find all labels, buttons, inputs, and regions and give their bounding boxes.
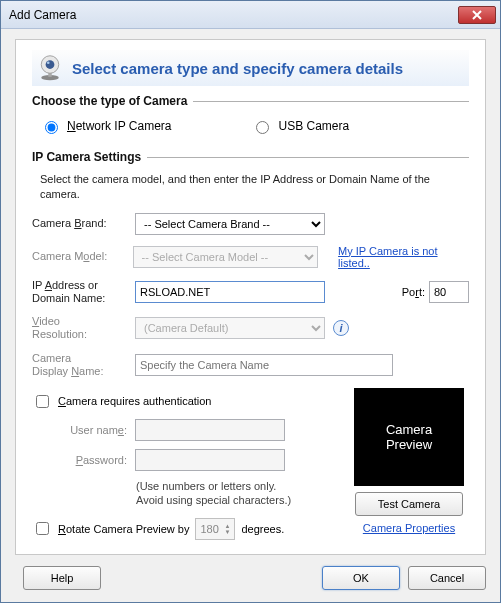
password-hint: (Use numbers or letters only.Avoid using… — [32, 479, 337, 508]
camera-model-select[interactable]: -- Select Camera Model -- — [133, 246, 318, 268]
ip-settings-description: Select the camera model, and then enter … — [32, 170, 469, 213]
rotate-suffix: degrees. — [241, 523, 284, 535]
camera-properties-link[interactable]: Camera Properties — [363, 522, 455, 534]
help-button[interactable]: Help — [23, 566, 101, 590]
usb-camera-label: USB Camera — [278, 119, 349, 133]
dialog-heading: Select camera type and specify camera de… — [72, 60, 403, 77]
svg-point-4 — [47, 61, 50, 64]
ip-settings-section: IP Camera Settings — [32, 150, 469, 164]
display-name-input[interactable] — [135, 354, 393, 376]
window-title: Add Camera — [5, 8, 458, 22]
password-label: Password: — [52, 454, 127, 466]
rotate-checkbox[interactable] — [36, 522, 49, 535]
username-input[interactable] — [135, 419, 285, 441]
test-camera-button[interactable]: Test Camera — [355, 492, 463, 516]
ip-address-label: IP Address orDomain Name: — [32, 279, 127, 305]
rotate-label: Rotate Camera Preview by — [58, 523, 189, 535]
titlebar: Add Camera — [1, 1, 500, 29]
display-name-label: CameraDisplay Name: — [32, 352, 127, 378]
auth-required-checkbox[interactable] — [36, 395, 49, 408]
svg-point-3 — [46, 60, 55, 69]
ok-button[interactable]: OK — [322, 566, 400, 590]
video-resolution-select[interactable]: (Camera Default) — [135, 317, 325, 339]
usb-camera-radio[interactable] — [256, 121, 269, 134]
username-label: User name: — [52, 424, 127, 436]
camera-brand-select[interactable]: -- Select Camera Brand -- — [135, 213, 325, 235]
close-icon — [472, 10, 482, 20]
spinner-arrows-icon: ▲▼ — [225, 523, 231, 535]
close-button[interactable] — [458, 6, 496, 24]
webcam-icon — [36, 54, 64, 82]
cancel-button[interactable]: Cancel — [408, 566, 486, 590]
ip-address-input[interactable] — [135, 281, 325, 303]
info-icon[interactable]: i — [333, 320, 349, 336]
camera-brand-label: Camera Brand: — [32, 217, 127, 230]
camera-not-listed-link[interactable]: My IP Camera is not listed.. — [338, 245, 469, 269]
camera-model-label: Camera Model: — [32, 250, 125, 263]
auth-required-label: Camera requires authentication — [58, 395, 211, 407]
rotate-degrees-spinner[interactable]: 180 ▲▼ — [195, 518, 235, 540]
button-bar: Help OK Cancel — [1, 556, 500, 602]
password-input[interactable] — [135, 449, 285, 471]
port-label: Port: — [402, 286, 425, 298]
camera-preview-area: CameraPreview — [354, 388, 464, 486]
camera-type-section: Choose the type of Camera — [32, 94, 469, 108]
network-ip-camera-label: Network IP Camera — [67, 119, 171, 133]
port-input[interactable] — [429, 281, 469, 303]
video-resolution-label: VideoResolution: — [32, 315, 127, 341]
add-camera-dialog: Add Camera Select camera type and specif… — [0, 0, 501, 603]
network-ip-camera-radio[interactable] — [45, 121, 58, 134]
main-panel: Select camera type and specify camera de… — [15, 39, 486, 555]
